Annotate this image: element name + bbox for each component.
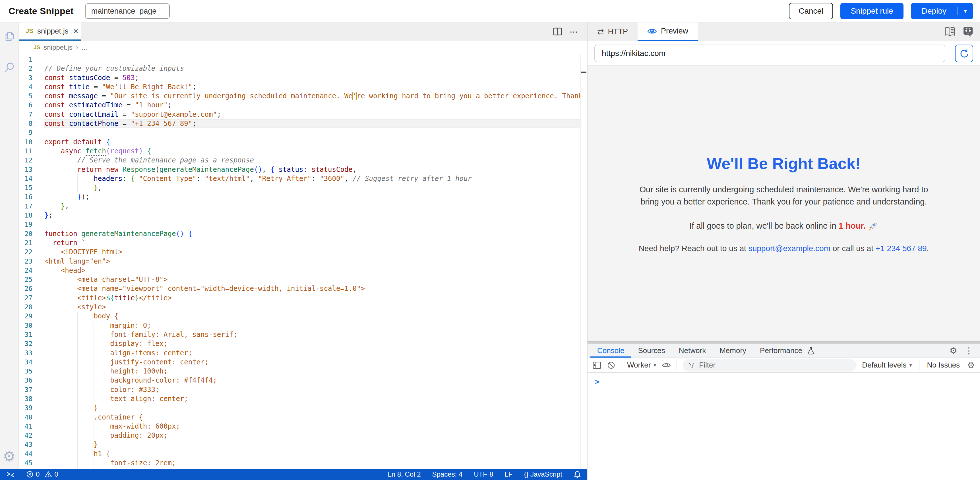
code-line[interactable]: 10export default { bbox=[19, 138, 587, 147]
notifications-bell-icon[interactable] bbox=[574, 470, 581, 478]
tab-snippet-js[interactable]: JS snippet.js × bbox=[19, 22, 81, 41]
split-editor-icon[interactable] bbox=[553, 27, 562, 36]
code-line[interactable]: 30 margin: 0; bbox=[19, 321, 587, 330]
close-tab-icon[interactable]: × bbox=[73, 27, 78, 35]
code-line[interactable]: 20function generateMaintenancePage() { bbox=[19, 229, 587, 238]
files-icon[interactable] bbox=[3, 30, 16, 43]
code-line[interactable]: 39 } bbox=[19, 403, 587, 412]
editor-scrollbar[interactable] bbox=[581, 54, 587, 469]
code-line[interactable]: 32 display: flex; bbox=[19, 339, 587, 348]
code-line[interactable]: 13 return new Response(generateMaintenan… bbox=[19, 165, 587, 174]
devtools-settings-gear-icon[interactable]: ⚙ bbox=[950, 346, 957, 356]
code-line[interactable]: 4const title = "We'll Be Right Back!"; bbox=[19, 82, 587, 92]
code-line[interactable]: 44 h1 { bbox=[19, 449, 587, 458]
code-line[interactable]: 2// Define your customizable inputs bbox=[19, 64, 587, 73]
tab-http[interactable]: ⇄ HTTP bbox=[587, 22, 638, 41]
clear-console-icon[interactable] bbox=[607, 361, 616, 369]
code-line[interactable]: 9 bbox=[19, 128, 587, 137]
code-line[interactable]: 6const estimatedTime = "1 hour"; bbox=[19, 101, 587, 109]
code-line[interactable]: 40 .container { bbox=[19, 413, 587, 422]
code-line[interactable]: 29 body { bbox=[19, 312, 587, 321]
code-line[interactable]: 25 <meta charset="UTF-8"> bbox=[19, 275, 587, 284]
live-expression-eye-icon[interactable] bbox=[662, 362, 671, 369]
console-filter-input[interactable]: Filter bbox=[682, 359, 856, 372]
tab-preview[interactable]: Preview bbox=[638, 22, 698, 41]
code-line[interactable]: 1 bbox=[19, 55, 587, 64]
code-line[interactable]: 22 <!DOCTYPE html> bbox=[19, 247, 587, 257]
console-prompt[interactable]: > bbox=[595, 377, 600, 386]
status-item[interactable]: {} JavaScript bbox=[524, 470, 562, 478]
refresh-button[interactable] bbox=[955, 44, 973, 62]
code-line[interactable]: 35 height: 100vh; bbox=[19, 367, 587, 376]
code-line[interactable]: 24 <head> bbox=[19, 266, 587, 275]
devtools-tab-sources[interactable]: Sources bbox=[631, 344, 672, 358]
devtools-tab-network[interactable]: Network bbox=[672, 344, 713, 358]
devtools-tab-console[interactable]: Console bbox=[590, 344, 631, 358]
breadcrumb-more[interactable]: ... bbox=[82, 43, 87, 51]
deploy-button[interactable]: Deploy ▾ bbox=[911, 3, 973, 19]
console-settings-gear-icon[interactable]: ⚙ bbox=[967, 360, 975, 370]
code-line[interactable]: 31 font-family: Arial, sans-serif; bbox=[19, 330, 587, 339]
code-line[interactable]: 34 justify-content: center; bbox=[19, 358, 587, 367]
console-output[interactable]: > bbox=[587, 373, 980, 480]
code-line[interactable]: 41 max-width: 600px; bbox=[19, 422, 587, 431]
breadcrumb[interactable]: JS snippet.js › ... bbox=[19, 41, 587, 54]
code-line[interactable]: 8const contactPhone = "+1 234 567 89"; bbox=[19, 119, 587, 128]
code-line[interactable]: 11 async fetch(request) { bbox=[19, 147, 587, 156]
problems-indicator[interactable]: 0 0 bbox=[26, 470, 58, 478]
code-line[interactable]: 38 text-align: center; bbox=[19, 394, 587, 403]
code-line[interactable]: 18}; bbox=[19, 211, 587, 220]
code-line[interactable]: 33 align-items: center; bbox=[19, 349, 587, 358]
search-icon[interactable] bbox=[3, 61, 16, 74]
flask-experiment-icon[interactable] bbox=[807, 344, 815, 358]
deploy-button-label[interactable]: Deploy bbox=[911, 3, 957, 19]
snippet-name-input[interactable] bbox=[85, 3, 170, 19]
devtools-resize-handle[interactable] bbox=[587, 341, 980, 344]
code-editor[interactable]: 12// Define your customizable inputs3con… bbox=[19, 54, 587, 469]
status-item[interactable]: Ln 8, Col 2 bbox=[388, 470, 421, 478]
devtools-tab-memory[interactable]: Memory bbox=[713, 344, 753, 358]
issues-counter[interactable]: No Issues bbox=[927, 361, 960, 369]
breadcrumb-file[interactable]: snippet.js bbox=[43, 43, 72, 51]
code-line[interactable]: 7const contactEmail = "support@example.c… bbox=[19, 110, 587, 119]
code-line[interactable]: 45 font-size: 2rem; bbox=[19, 458, 587, 467]
code-line[interactable]: 5const message = "Our site is currently … bbox=[19, 92, 587, 101]
phone-link[interactable]: +1 234 567 89 bbox=[876, 244, 927, 253]
support-email-link[interactable]: support@example.com bbox=[749, 244, 830, 253]
devtools-menu-kebab-icon[interactable]: ⋮ bbox=[965, 346, 973, 356]
code-line[interactable]: 15 }, bbox=[19, 183, 587, 192]
code-line[interactable]: 21 return ` bbox=[19, 238, 587, 247]
settings-gear-icon[interactable]: ⚙ bbox=[3, 449, 16, 464]
context-selector[interactable]: Worker ▾ bbox=[627, 361, 656, 369]
code-line[interactable]: 23<html lang="en"> bbox=[19, 257, 587, 266]
preview-url-input[interactable] bbox=[594, 44, 945, 62]
more-actions-icon[interactable]: ⋯ bbox=[570, 27, 579, 36]
remote-indicator-icon[interactable] bbox=[6, 470, 15, 478]
discord-chat-icon[interactable] bbox=[963, 27, 974, 37]
log-levels-dropdown[interactable]: Default levels ▾ bbox=[862, 361, 912, 369]
code-line[interactable]: 26 <meta name="viewport" content="width=… bbox=[19, 284, 587, 293]
code-line[interactable]: 43 } bbox=[19, 440, 587, 449]
code-line[interactable]: 3const statusCode = 503; bbox=[19, 73, 587, 82]
line-number: 12 bbox=[19, 156, 45, 165]
code-line[interactable]: 42 padding: 20px; bbox=[19, 431, 587, 440]
console-sidebar-toggle-icon[interactable] bbox=[593, 361, 601, 369]
code-line[interactable]: 19 bbox=[19, 220, 587, 229]
status-item[interactable]: LF bbox=[504, 470, 512, 478]
snippet-rule-button[interactable]: Snippet rule bbox=[840, 3, 903, 19]
code-line[interactable]: 28 <style> bbox=[19, 303, 587, 312]
devtools-tab-performance[interactable]: Performance bbox=[753, 344, 809, 358]
documentation-book-icon[interactable] bbox=[944, 27, 956, 37]
code-line[interactable]: 16 }); bbox=[19, 192, 587, 201]
status-item[interactable]: Spaces: 4 bbox=[432, 470, 463, 478]
status-item[interactable]: UTF-8 bbox=[474, 470, 493, 478]
code-line[interactable]: 37 color: #333; bbox=[19, 385, 587, 394]
deploy-dropdown-button[interactable]: ▾ bbox=[957, 7, 973, 15]
cancel-button[interactable]: Cancel bbox=[789, 3, 833, 19]
code-line[interactable]: 17 }, bbox=[19, 202, 587, 211]
code-line[interactable]: 27 <title>${title}</title> bbox=[19, 293, 587, 303]
code-line[interactable]: 36 background-color: #f4f4f4; bbox=[19, 376, 587, 385]
code-line[interactable]: 14 headers: { "Content-Type": "text/html… bbox=[19, 174, 587, 183]
code-line[interactable]: 12 // Serve the maintenance page as a re… bbox=[19, 156, 587, 165]
code-line[interactable]: 46 color: #2563eb; bbox=[19, 467, 587, 469]
